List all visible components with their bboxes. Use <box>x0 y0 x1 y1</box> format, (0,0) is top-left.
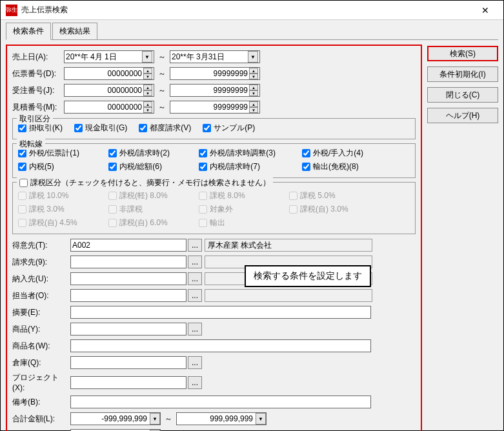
date-to-input[interactable]: 20**年 3月31日▼ <box>170 50 260 63</box>
label-nounyu: 納入先(U): <box>12 274 70 285</box>
label-order-no: 受注番号(J): <box>12 85 64 96</box>
spin-up-icon[interactable]: ▲ <box>143 68 152 74</box>
label-tekiyo: 摘要(E): <box>12 307 70 318</box>
tekiyo-input[interactable] <box>70 306 371 319</box>
cb-taishogai: 対象外 <box>199 204 276 215</box>
group-tax-transfer: 税転嫁 外税/伝票計(1) 外税/請求時(2) 外税/請求時調整(3) 外税/手… <box>12 143 416 178</box>
slip-from-input[interactable]: 00000000▲▼ <box>64 67 154 80</box>
cb-kazei-kei8: 課税(軽) 8.0% <box>108 190 186 201</box>
cb-kazei-8: 課税 8.0% <box>199 190 276 201</box>
shohinmei-input[interactable] <box>70 339 371 352</box>
tokuisaki-name: 厚木産業 株式会社 <box>205 239 372 252</box>
tab-search-conditions[interactable]: 検索条件 <box>6 23 51 40</box>
window-title: 売上伝票検索 <box>21 5 472 15</box>
dropdown-icon[interactable]: ▼ <box>256 413 266 425</box>
lookup-button[interactable]: ... <box>188 376 202 389</box>
cb-kazei-ji6: 課税(自) 6.0% <box>108 217 186 228</box>
cb-genkin[interactable]: 現金取引(G) <box>74 123 127 134</box>
cb-zei-8[interactable]: 輸出(免税)(8) <box>302 161 379 172</box>
date-from-input[interactable]: 20**年 4月 1日▼ <box>64 50 154 63</box>
cb-sample[interactable]: サンプル(P) <box>203 123 255 134</box>
cb-zei-5[interactable]: 内税(5) <box>18 161 96 172</box>
label-quote-no: 見積番号(M): <box>12 102 64 113</box>
cb-kazei-ji45: 課税(自) 4.5% <box>18 217 96 228</box>
dropdown-icon[interactable]: ▼ <box>248 51 258 63</box>
cb-kazei-10: 課税 10.0% <box>18 190 96 201</box>
dropdown-icon[interactable]: ▼ <box>142 51 152 63</box>
label-date: 売上日(A): <box>12 52 64 63</box>
reset-button[interactable]: 条件初期化(I) <box>427 66 498 82</box>
label-tantou: 担当者(O): <box>12 290 70 301</box>
label-tokuisaki: 得意先(T): <box>12 240 70 251</box>
close-button[interactable]: 閉じる(C) <box>427 87 498 103</box>
bikou-input[interactable] <box>70 396 371 408</box>
tantou-input[interactable] <box>70 289 186 302</box>
spin-down-icon[interactable]: ▼ <box>143 74 152 79</box>
search-button[interactable]: 検索(S) <box>427 46 498 61</box>
cb-kazei-ji3: 課税(自) 3.0% <box>289 204 367 215</box>
shohin-input[interactable] <box>70 323 186 336</box>
order-to-input[interactable]: 99999999▲▼ <box>170 84 260 97</box>
close-icon[interactable]: ✕ <box>472 1 498 19</box>
cb-kazei-enable[interactable]: 課税区分（チェックを付けると、摘要行・メモ行は検索されません） <box>17 177 273 188</box>
lookup-button[interactable]: ... <box>188 356 202 369</box>
cb-zei-7[interactable]: 内税/請求時(7) <box>199 161 289 172</box>
dropdown-icon[interactable]: ▼ <box>150 413 160 425</box>
lookup-button[interactable]: ... <box>188 289 202 302</box>
lookup-button[interactable]: ... <box>188 239 202 252</box>
label-shohinmei: 商品名(W): <box>12 341 70 352</box>
lookup-button[interactable]: ... <box>188 272 202 285</box>
window: 弥生 売上伝票検索 ✕ 検索条件 検索結果 売上日(A): 20**年 4月 1… <box>0 0 504 431</box>
amount-to-input[interactable]: 999,999,999▼ <box>176 412 267 425</box>
cb-zei-3[interactable]: 外税/請求時調整(3) <box>199 148 289 159</box>
quote-from-input[interactable]: 00000000▲▼ <box>64 101 154 114</box>
legend-zei: 税転嫁 <box>17 139 45 150</box>
cb-yushutsu: 輸出 <box>199 217 276 228</box>
lookup-button[interactable]: ... <box>188 323 202 336</box>
label-shohin: 商品(Y): <box>12 324 70 335</box>
cb-zei-2[interactable]: 外税/請求時(2) <box>108 148 186 159</box>
label-seikyu: 請求先(9): <box>12 257 70 268</box>
app-logo: 弥生 <box>6 5 17 16</box>
nounyu-input[interactable] <box>70 272 186 285</box>
cb-zei-4[interactable]: 外税/手入力(4) <box>302 148 379 159</box>
cb-hikazei: 非課税 <box>108 204 186 215</box>
slip-to-input[interactable]: 99999999▲▼ <box>170 67 260 80</box>
souko-input[interactable] <box>70 356 186 369</box>
order-from-input[interactable]: 00000000▲▼ <box>64 84 154 97</box>
label-project: プロジェクト(X): <box>12 372 70 392</box>
legend-tori: 取引区分 <box>17 114 53 125</box>
help-button[interactable]: ヘルプ(H) <box>427 108 498 123</box>
callout-text: 検索する条件を設定します <box>245 265 371 287</box>
cb-kazei-5: 課税 5.0% <box>289 190 367 201</box>
tab-search-results[interactable]: 検索結果 <box>52 23 97 40</box>
cb-tsudo[interactable]: 都度請求(V) <box>139 123 191 134</box>
cb-kazei-3: 課税 3.0% <box>18 204 96 215</box>
cb-zei-6[interactable]: 内税/総額(6) <box>108 161 186 172</box>
side-buttons: 検索(S) 条件初期化(I) 閉じる(C) ヘルプ(H) <box>427 45 498 431</box>
tokuisaki-input[interactable]: A002 <box>70 239 186 252</box>
label-slip-no: 伝票番号(D): <box>12 68 64 79</box>
tab-bar: 検索条件 検索結果 <box>1 20 503 40</box>
seikyu-input[interactable] <box>70 256 186 268</box>
group-transaction-type: 取引区分 掛取引(K) 現金取引(G) 都度請求(V) サンプル(P) <box>12 118 416 139</box>
label-bikou: 備考(B): <box>12 397 70 408</box>
amount-from-input[interactable]: -999,999,999▼ <box>70 412 161 425</box>
project-input[interactable] <box>70 376 186 389</box>
search-conditions-panel: 売上日(A): 20**年 4月 1日▼ ～ 20**年 3月31日▼ 伝票番号… <box>6 45 422 431</box>
tilde: ～ <box>158 52 166 63</box>
lookup-button[interactable]: ... <box>188 256 202 268</box>
label-goukei: 合計金額(L): <box>12 414 70 425</box>
group-tax-category: 課税区分（チェックを付けると、摘要行・メモ行は検索されません） 課税 10.0%… <box>12 182 416 234</box>
titlebar: 弥生 売上伝票検索 ✕ <box>1 1 503 20</box>
quote-to-input[interactable]: 99999999▲▼ <box>170 101 260 114</box>
label-souko: 倉庫(Q): <box>12 357 70 368</box>
